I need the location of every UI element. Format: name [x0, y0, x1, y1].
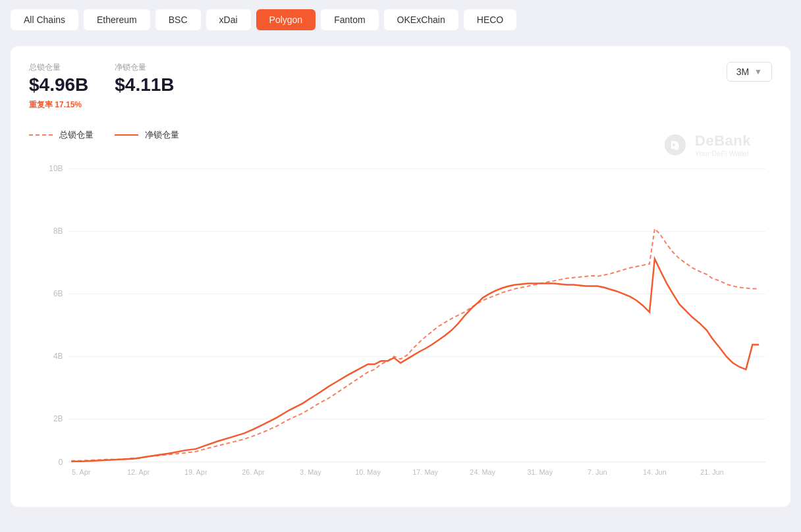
chart-svg: 10B 8B 6B 4B 2B 0 5. Apr 12. Apr 19. Apr… [29, 147, 772, 490]
total-tvl-line [71, 228, 759, 460]
tvl-chart: 10B 8B 6B 4B 2B 0 5. Apr 12. Apr 19. Apr… [29, 147, 772, 490]
legend-dashed-line [29, 134, 53, 136]
legend-total: 总锁仓量 [29, 129, 94, 141]
legend-net: 净锁仓量 [115, 129, 179, 141]
svg-text:21. Jun: 21. Jun [700, 468, 724, 476]
net-tvl-label: 净锁仓量 [115, 62, 174, 73]
total-tvl-value: $4.96B [29, 74, 88, 95]
svg-text:5. Apr: 5. Apr [72, 468, 91, 476]
tab-xdai[interactable]: xDai [206, 9, 251, 30]
overlap-rate: 重复率 17.15% [29, 99, 772, 111]
svg-text:14. Jun: 14. Jun [643, 468, 667, 476]
svg-text:10B: 10B [49, 164, 63, 173]
svg-text:12. Apr: 12. Apr [127, 468, 150, 476]
stats-row: 总锁仓量 $4.96B 净锁仓量 $4.11B [29, 62, 772, 95]
svg-text:19. Apr: 19. Apr [184, 468, 207, 476]
svg-text:31. May: 31. May [527, 468, 553, 476]
chain-tab-bar: All Chains Ethereum BSC xDai Polygon Fan… [0, 0, 801, 40]
legend-solid-line [115, 134, 138, 136]
net-tvl-value: $4.11B [115, 74, 174, 95]
svg-text:8B: 8B [53, 226, 63, 236]
chevron-down-icon: ▼ [754, 67, 762, 76]
total-tvl-label: 总锁仓量 [29, 62, 88, 73]
tab-heco[interactable]: HECO [464, 9, 516, 30]
svg-text:6B: 6B [53, 289, 63, 298]
svg-text:17. May: 17. May [412, 468, 438, 476]
legend-total-label: 总锁仓量 [59, 129, 94, 141]
svg-text:7. Jun: 7. Jun [588, 468, 607, 476]
time-value: 3M [736, 66, 749, 77]
svg-text:24. May: 24. May [470, 468, 495, 476]
main-card: 总锁仓量 $4.96B 净锁仓量 $4.11B 重复率 17.15% 3M ▼ … [11, 46, 790, 507]
tab-all-chains[interactable]: All Chains [11, 9, 78, 30]
chart-legend: 总锁仓量 净锁仓量 [29, 129, 772, 141]
svg-text:3. May: 3. May [300, 468, 321, 476]
svg-text:10. May: 10. May [355, 468, 381, 476]
tab-fantom[interactable]: Fantom [321, 9, 378, 30]
svg-text:26. Apr: 26. Apr [242, 468, 265, 476]
svg-text:0: 0 [59, 458, 63, 467]
svg-text:4B: 4B [53, 352, 63, 361]
net-tvl-line [71, 259, 759, 462]
svg-text:2B: 2B [53, 414, 63, 423]
tab-polygon[interactable]: Polygon [256, 9, 316, 30]
tab-ethereum[interactable]: Ethereum [84, 9, 150, 30]
time-selector[interactable]: 3M ▼ [727, 62, 772, 82]
legend-net-label: 净锁仓量 [145, 129, 179, 141]
total-tvl-block: 总锁仓量 $4.96B [29, 62, 88, 95]
tab-bsc[interactable]: BSC [155, 9, 201, 30]
net-tvl-block: 净锁仓量 $4.11B [115, 62, 174, 95]
tab-okexchain[interactable]: OKExChain [384, 9, 458, 30]
